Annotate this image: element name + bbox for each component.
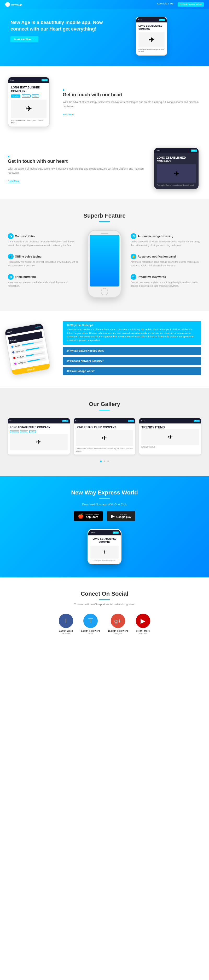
social-section-sub: Connect with us/Snap at social networkin… bbox=[8, 603, 201, 606]
gallery-logo-2: Timer bbox=[75, 420, 79, 422]
social-tw[interactable]: 𝕋 8,034+ Followers Twitter bbox=[81, 614, 100, 635]
gallery-btn-3[interactable]: MENU bbox=[194, 420, 199, 422]
twitter-bar bbox=[22, 343, 34, 346]
gallery-item-header-3: Timer MENU bbox=[139, 418, 201, 423]
playstore-btn[interactable]: ▶ Get it on Google play bbox=[107, 511, 135, 521]
social-label-twitter: Twitter bbox=[15, 345, 21, 347]
widget-icon: ⊡ bbox=[131, 233, 136, 239]
gplus-circle: g+ bbox=[111, 614, 125, 628]
feature-item-title-3: ⊞ Triple buffering bbox=[8, 274, 78, 280]
facebook-circle: f bbox=[59, 614, 73, 628]
gallery-tab-video[interactable]: Video bbox=[29, 430, 36, 433]
header-nav: CONTACT US DOWNLOAD NOW bbox=[157, 2, 204, 6]
iphone-center bbox=[88, 230, 121, 298]
why-section: appUI MENU Social Twitter Facebook bbox=[0, 311, 209, 388]
phone-img: ✈ bbox=[139, 32, 164, 48]
why-card-4[interactable]: 4# How Hobapp work? bbox=[63, 367, 201, 375]
phone-menu-btn-2[interactable]: MENU bbox=[41, 79, 48, 81]
feature-item-1: ◑ Contrast Ratio Contrast ratio is the d… bbox=[8, 233, 78, 247]
feature-item-text-5: Advanced notification panel feature allo… bbox=[131, 260, 201, 267]
gallery-tab-preview[interactable]: Preview bbox=[20, 430, 28, 433]
header-logo: newapp bbox=[5, 2, 22, 7]
gp-name: Google+ bbox=[108, 632, 128, 635]
iphone-speaker bbox=[101, 233, 108, 234]
express-divider bbox=[99, 498, 110, 499]
feature-text-2: Get in touch with our heart With the adv… bbox=[8, 154, 146, 183]
feature-item-title-4: ⊡ Automatic widget resizing bbox=[131, 233, 201, 239]
gallery-btn-2[interactable]: MENU bbox=[128, 420, 134, 422]
feature-item-title-1: ◑ Contrast Ratio bbox=[8, 233, 78, 239]
social-section-divider bbox=[99, 599, 110, 600]
social-section-title: Conect On Social bbox=[8, 590, 201, 597]
gallery-btn-1[interactable]: MENU bbox=[62, 420, 68, 422]
superb-right: ⊡ Automatic widget resizing Unlike conve… bbox=[131, 233, 201, 294]
feature-item-title-6: 🔍 Predictive Keywords bbox=[131, 274, 201, 280]
social-gp[interactable]: g+ 10,034+ Followers Google+ bbox=[108, 614, 128, 635]
playstore-label: Get it on bbox=[116, 514, 131, 515]
social-title: Social bbox=[10, 339, 17, 342]
hero-phone: Timer MENU LONG ESTABLISHED COMPANY ✈ Fo… bbox=[136, 17, 167, 56]
feature-readmore-1[interactable]: Read More bbox=[63, 113, 75, 116]
appstore-btn[interactable]: 🍎 Download on the App Store bbox=[74, 511, 103, 521]
superb-content: ◑ Contrast Ratio Contrast ratio is the d… bbox=[8, 230, 201, 298]
youtube-dot bbox=[13, 357, 15, 359]
why-card-title-4: 4# How Hobapp work? bbox=[67, 370, 197, 372]
express-phone-btn[interactable]: MENU bbox=[113, 531, 119, 534]
facebook-bar-wrap bbox=[26, 347, 43, 351]
nav-download[interactable]: DOWNLOAD NOW bbox=[178, 2, 204, 6]
tw-count: 8,034+ Followers bbox=[81, 630, 100, 632]
feature-readmore-2[interactable]: Read More bbox=[8, 180, 19, 183]
appstore-name: App Store bbox=[85, 515, 99, 519]
why-card-title-2: 2# What Feature Hobapp Use? bbox=[67, 349, 197, 352]
superb-center bbox=[84, 230, 125, 298]
why-card-2[interactable]: 2# What Feature Hobapp Use? bbox=[63, 347, 201, 355]
gallery-dot-3[interactable] bbox=[107, 461, 109, 462]
why-phone-wrap: appUI MENU Social Twitter Facebook bbox=[8, 326, 55, 373]
express-section: New Way Express World Download Now app W… bbox=[0, 476, 209, 578]
gallery-tab-template[interactable]: Template bbox=[10, 430, 19, 433]
play-icon: ▶ bbox=[111, 513, 115, 519]
tab-template[interactable]: Template bbox=[11, 94, 21, 98]
feature-phone-wrap-1: Timer MENU LONG ESTABLISHED COMPANY Temp… bbox=[8, 77, 55, 127]
gallery-title: Our Gallery bbox=[8, 401, 201, 407]
tab-video[interactable]: Video bbox=[32, 94, 39, 98]
gallery-dot-2[interactable] bbox=[104, 461, 105, 462]
arrow-icon: → bbox=[32, 38, 35, 40]
feature-title-1: Get in touch with our heart bbox=[63, 92, 201, 98]
hero-download-btn[interactable]: Download Now → bbox=[10, 36, 38, 42]
phone-logo-3: Timer bbox=[156, 150, 160, 151]
feature-item-6: 🔍 Predictive Keywords Control over autoc… bbox=[131, 274, 201, 288]
drone-icon-3: ✈ bbox=[174, 169, 179, 178]
facebook-dot bbox=[12, 351, 14, 353]
express-phone-content: LONG ESTABLISHED COMPANY ✈ Fourcopter Dr… bbox=[88, 535, 121, 563]
social-label-facebook: Facebook bbox=[16, 350, 24, 353]
feature-item-2: 🎤 Offline voice typing High quality will… bbox=[8, 254, 78, 267]
gallery-drone-2: ✈ bbox=[102, 434, 107, 442]
dot-accent bbox=[63, 89, 64, 91]
feature-desc-1: With the advent of technology, some new … bbox=[63, 100, 201, 108]
youtube-icon: ▶ bbox=[140, 617, 145, 625]
gallery-item-2: Timer MENU LONG ESTABLISHED COMPANY ✈ Lo… bbox=[74, 418, 136, 455]
apple-icon: 🍎 bbox=[78, 513, 84, 519]
keyword-icon: 🔍 bbox=[131, 274, 136, 280]
nav-contact[interactable]: CONTACT US bbox=[157, 2, 174, 6]
superb-left: ◑ Contrast Ratio Contrast ratio is the d… bbox=[8, 233, 78, 294]
gallery-logo-3: Timer bbox=[141, 420, 145, 422]
why-card-3[interactable]: 3# Hobapp Network Security? bbox=[63, 357, 201, 365]
social-yt[interactable]: ▶ 3,434+ More YouTube bbox=[136, 614, 150, 635]
gallery-dot-1[interactable] bbox=[100, 461, 102, 462]
feature-item-text-3: when one text data on one buffer while v… bbox=[8, 281, 78, 288]
twitter-dot bbox=[11, 346, 14, 348]
gallery-drone-1: ✈ bbox=[36, 438, 41, 445]
logo-text: newapp bbox=[11, 3, 22, 6]
social-phone-screen: Social Twitter Facebook bbox=[6, 329, 49, 370]
gallery-img-2: ✈ bbox=[76, 430, 134, 446]
social-fb[interactable]: f 3,500+ Likes Facebook bbox=[59, 614, 73, 635]
phone-menu-btn-3[interactable]: MENU bbox=[191, 150, 197, 151]
superb-divider bbox=[99, 221, 110, 222]
tab-preview[interactable]: Preview bbox=[22, 94, 30, 98]
express-sub: Download Now app With One Click bbox=[8, 503, 201, 506]
gallery-item-title-1: LONG ESTABLISHED COMPANY bbox=[10, 426, 68, 429]
why-card-1[interactable]: 1# Why Use Hobapp? The words and text he… bbox=[63, 321, 201, 345]
phone-menu-btn[interactable]: MENU bbox=[159, 19, 165, 21]
